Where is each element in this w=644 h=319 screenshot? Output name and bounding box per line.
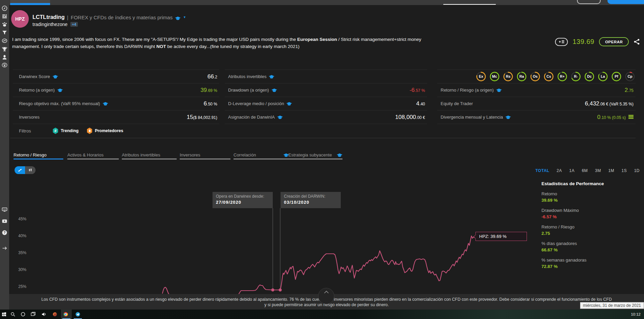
chevron-down-icon[interactable]: ▼ [183,16,186,19]
darwin-title-row: LCTLtrading | FOREX y CFDs de índices y … [32,14,186,20]
stats-column-2: Atributos invertiblesDrawdown (a origen)… [225,70,427,124]
stat-label: Riesgo objetivo máx. (VaR 95% mensual) [19,101,108,106]
period-1d[interactable]: 1D [634,168,640,173]
perf-item: Drawdown Máximo-6.57 % [541,208,636,219]
paw-icon[interactable] [2,22,7,27]
taskbar-telegram-icon[interactable] [74,311,81,318]
perf-item: Retorno39.69 % [541,191,636,203]
taskbar-speaker-icon[interactable] [41,311,47,318]
monitor-icon[interactable] [2,207,7,213]
stat-value: 39.69 % [200,87,217,94]
period-total[interactable]: TOTAL [535,168,549,173]
attribute-badge-La[interactable]: La [597,71,608,82]
svg-text:Cs: Cs [547,74,551,78]
period-1a[interactable]: 1A [569,168,575,173]
browser-tab-strip [9,0,644,5]
y-axis-label: 30% [18,267,26,272]
period-6m[interactable]: 6M [582,168,588,173]
filter-chip-trending[interactable]: #Trending [52,128,79,134]
period-selector: TOTAL2A1A6M3M1M1S1D [535,168,640,173]
info-cap-icon[interactable] [175,16,181,19]
help-icon[interactable]: ? [2,230,7,236]
tab-activos-horarios[interactable]: Activos & Horarios [67,151,119,160]
taskbar-chrome-icon[interactable] [62,311,69,318]
stats-column-1: Darwinex Score66.2Retorno (a origen)39.6… [13,70,219,138]
stat-label: Equity de Trader [441,101,473,106]
attribute-badge-R-[interactable]: R- [570,71,581,82]
share-icon[interactable] [634,39,640,45]
taskbar-clock[interactable]: 10:12 [631,312,641,316]
info-cap-icon[interactable] [337,153,342,157]
attribute-badge-R+[interactable]: R+ [557,71,568,82]
address-bar-underline[interactable] [443,4,496,5]
attribute-badge-Dc[interactable]: Dc [584,71,595,82]
taskbar-win-icon[interactable] [1,311,7,318]
darwin-name: LCTLtrading [32,14,65,20]
stat-value: 6.50 % [204,100,217,107]
info-cap-icon[interactable] [52,75,58,78]
attribute-badge-Cs[interactable]: Cs [543,71,554,82]
info-cap-icon[interactable] [286,102,292,105]
attribute-badge-Ex[interactable]: Ex [475,71,487,82]
info-cap-icon[interactable] [277,115,283,119]
info-cap-icon[interactable] [57,88,63,92]
attribute-badge-Rs[interactable]: Rs [503,71,514,82]
attribute-badge-Os[interactable]: Os [530,71,541,82]
paw-circle-icon[interactable] [2,62,7,68]
taskbar-app-icon[interactable] [51,311,58,318]
period-3m[interactable]: 3M [595,168,601,173]
operar-button[interactable]: OPERAR [599,37,629,46]
add-to-watchlist-button[interactable] [555,38,568,46]
taskbar-cortana-icon[interactable] [20,311,26,318]
description-text: I am trading since 1999, since 2006 with… [12,37,297,42]
stat-value: 2.75 [625,87,634,94]
trophy-icon[interactable] [2,46,7,52]
stat-label: Retorno (a origen) [19,88,63,93]
person-icon[interactable] [2,54,7,60]
stat-row: Inversores15 ($ 84,002.91) [13,111,219,124]
tab-inversores[interactable]: Inversores [180,151,230,160]
tab-atributos-invertibles[interactable]: Atributos invertibles [122,151,177,160]
arrow-right-icon[interactable] [2,245,7,251]
info-cap-icon[interactable] [103,102,108,105]
annotation-title: Creación del DARWIN: [284,194,337,199]
attribute-badge-Ra[interactable]: Ra [516,71,527,82]
attribute-badge-Cp[interactable]: Cp [624,71,636,82]
stat-row: Asignación de DarwinIA108,000.00 € [225,111,427,124]
info-cap-icon[interactable] [505,115,511,119]
tab-correlaci-n[interactable]: Correlación [234,151,289,160]
info-cap-icon[interactable] [269,75,274,78]
expand-chart-button[interactable] [318,288,334,304]
strategy-description: I am trading since 1999, since 2006 with… [12,36,423,50]
description-bold: NOT [156,44,166,49]
info-cap-icon[interactable] [496,88,502,92]
period-1s[interactable]: 1S [622,168,627,173]
compass-icon[interactable] [2,5,7,11]
funnel-icon[interactable] [2,30,7,35]
tab-estrategia-subyacente[interactable]: Estrategia subyacente [288,151,342,160]
tab-retorno-riesgo[interactable]: Retorno / Riesgo [14,151,63,160]
list-icon[interactable] [2,14,7,19]
browser-tab-active-indicator [10,3,50,5]
perf-label: % semanas ganadoras [541,257,636,263]
attribute-badge-Mc[interactable]: Mc [489,71,500,82]
attribute-badge-Pf[interactable]: Pf [611,71,622,82]
trend-icon[interactable] [2,38,7,44]
svg-text:Cp: Cp [627,74,632,78]
browser-blue-button[interactable] [607,0,644,4]
svg-text:Ex: Ex [479,74,483,78]
extra-strategies-badge[interactable]: +4 [70,22,78,27]
chart-plot[interactable] [10,159,535,294]
taskbar-taskview-icon[interactable] [30,311,37,318]
video-icon[interactable] [2,218,7,224]
perf-label: Drawdown Máximo [541,208,636,213]
browser-outline-button[interactable] [577,0,601,4]
filter-chip-prometedores[interactable]: Prometedores [87,128,123,134]
period-1m[interactable]: 1M [608,168,614,173]
darwin-avatar[interactable]: HPZ [11,10,29,28]
stats-column-3: ExMcRsRaOsCsR+R-DcLaPfCpRetorno / Riesgo… [437,70,636,124]
info-cap-icon[interactable] [271,88,277,92]
taskbar-search-icon[interactable] [9,311,16,318]
period-2a[interactable]: 2A [557,168,562,173]
performance-chart[interactable]: Opera en Darwinex desde: 27/09/2020 Crea… [10,159,535,294]
